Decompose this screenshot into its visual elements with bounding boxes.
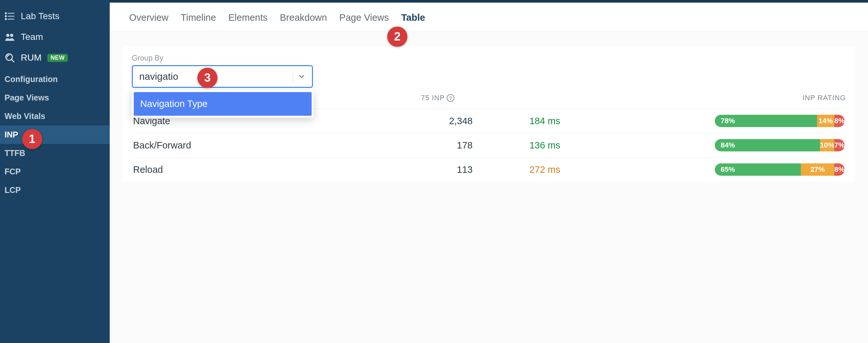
cell-name: Reload bbox=[133, 164, 263, 175]
tab-elements[interactable]: Elements bbox=[228, 12, 268, 23]
svg-point-4 bbox=[5, 19, 6, 20]
chevron-down-icon[interactable] bbox=[298, 73, 306, 80]
rating-seg-needs-improvement: 10% bbox=[820, 139, 834, 151]
sidebar-sub-ttfb[interactable]: TTFB bbox=[0, 144, 110, 163]
cell-p75-inp: 272 ms bbox=[489, 164, 560, 175]
rating-seg-good: 65% bbox=[715, 163, 801, 176]
tab-page-views[interactable]: Page Views bbox=[339, 12, 389, 23]
svg-point-7 bbox=[10, 34, 13, 37]
svg-point-2 bbox=[5, 15, 6, 17]
rating-seg-good: 78% bbox=[715, 115, 817, 127]
th-p75: 75 INP ? bbox=[421, 94, 492, 102]
th-p75-text: 75 INP bbox=[421, 94, 445, 102]
cell-rating: 84% 10% 7% bbox=[715, 139, 845, 151]
cell-page-views: 113 bbox=[417, 164, 473, 175]
tab-breakdown[interactable]: Breakdown bbox=[280, 12, 327, 23]
svg-line-9 bbox=[12, 60, 14, 62]
svg-point-0 bbox=[5, 13, 6, 14]
svg-point-6 bbox=[6, 34, 9, 37]
cell-page-views: 178 bbox=[417, 140, 473, 151]
rating-seg-poor: 7% bbox=[834, 139, 845, 151]
sidebar-sub-web-vitals[interactable]: Web Vitals bbox=[0, 107, 110, 126]
tab-overview[interactable]: Overview bbox=[129, 12, 168, 23]
table-row[interactable]: Reload 113 272 ms 65% 27% 8% bbox=[132, 157, 846, 181]
groupby-input[interactable]: navigatio bbox=[132, 65, 313, 88]
sidebar-sub-fcp[interactable]: FCP bbox=[0, 163, 110, 181]
sidebar-item-rum[interactable]: RUM NEW bbox=[0, 47, 110, 68]
groupby-label: Group By bbox=[123, 54, 855, 65]
new-badge: NEW bbox=[48, 54, 68, 62]
table-row[interactable]: Back/Forward 178 136 ms 84% 10% 7% bbox=[132, 133, 846, 157]
sidebar-item-label: Team bbox=[21, 32, 43, 42]
tab-timeline[interactable]: Timeline bbox=[181, 12, 216, 23]
topbar-strip bbox=[110, 0, 868, 3]
search-icon bbox=[4, 53, 15, 63]
cell-page-views: 2,348 bbox=[417, 116, 473, 127]
sidebar-sub-inp[interactable]: INP bbox=[0, 126, 110, 144]
groupby-dropdown: Navigation Type bbox=[132, 90, 314, 118]
cell-rating: 78% 14% 8% bbox=[715, 115, 845, 127]
cell-p75-inp: 136 ms bbox=[489, 140, 560, 151]
sidebar-subnav: Configuration Page Views Web Vitals INP … bbox=[0, 70, 110, 199]
th-rating: INP RATING bbox=[716, 94, 846, 102]
groupby-select-wrap: navigatio Navigation Type bbox=[132, 65, 313, 88]
dropdown-option-navigation-type[interactable]: Navigation Type bbox=[134, 92, 312, 116]
rating-seg-needs-improvement: 27% bbox=[801, 163, 834, 176]
rating-seg-poor: 8% bbox=[834, 115, 845, 127]
list-icon bbox=[4, 11, 15, 22]
annotation-3: 3 bbox=[197, 68, 217, 88]
main-content: Overview Timeline Elements Breakdown Pag… bbox=[110, 0, 868, 343]
sidebar-sub-page-views[interactable]: Page Views bbox=[0, 89, 110, 107]
sidebar-sub-lcp[interactable]: LCP bbox=[0, 181, 110, 199]
sidebar: Lab Tests Team RUM NEW Configuration Pag… bbox=[0, 0, 110, 343]
tab-table[interactable]: Table bbox=[401, 12, 425, 23]
select-divider bbox=[293, 70, 293, 83]
team-icon bbox=[4, 32, 15, 42]
cell-rating: 65% 27% 8% bbox=[715, 163, 845, 176]
cell-name: Back/Forward bbox=[133, 140, 263, 151]
rating-seg-good: 84% bbox=[715, 139, 820, 151]
sidebar-item-team[interactable]: Team bbox=[0, 27, 110, 47]
sidebar-sub-configuration[interactable]: Configuration bbox=[0, 70, 110, 89]
annotation-2: 2 bbox=[387, 27, 407, 47]
cell-p75-inp: 184 ms bbox=[489, 116, 560, 127]
sidebar-item-label: RUM bbox=[21, 53, 41, 63]
rating-seg-needs-improvement: 14% bbox=[817, 115, 834, 127]
annotation-1: 1 bbox=[22, 129, 42, 149]
help-icon[interactable]: ? bbox=[447, 94, 455, 102]
rating-bar: 78% 14% 8% bbox=[715, 115, 845, 127]
sidebar-item-label: Lab Tests bbox=[21, 11, 59, 22]
rating-seg-poor: 8% bbox=[834, 163, 845, 176]
tabs-bar: Overview Timeline Elements Breakdown Pag… bbox=[110, 3, 868, 32]
sidebar-item-lab-tests[interactable]: Lab Tests bbox=[0, 6, 110, 27]
rating-bar: 65% 27% 8% bbox=[715, 163, 845, 176]
rating-bar: 84% 10% 7% bbox=[715, 139, 845, 151]
content-card: Group By navigatio Navigation Type 75 IN… bbox=[123, 46, 855, 181]
